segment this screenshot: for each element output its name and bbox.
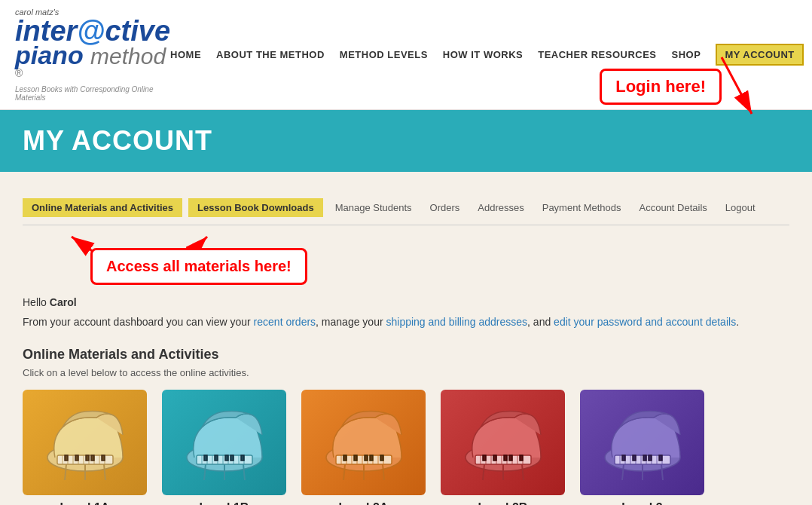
svg-rect-19	[86, 455, 89, 461]
password-account-link[interactable]: edit your password and account details	[554, 316, 736, 328]
svg-rect-76	[504, 455, 507, 461]
svg-rect-55	[343, 455, 346, 461]
svg-rect-96	[649, 455, 652, 461]
svg-rect-57	[365, 455, 368, 461]
svg-rect-97	[659, 455, 662, 461]
svg-rect-75	[493, 455, 496, 461]
shipping-billing-link[interactable]: shipping and billing addresses	[386, 316, 527, 328]
hello-desc-1: From your account dashboard you can view…	[23, 316, 254, 328]
level-2b-label: Level 2B	[478, 501, 528, 505]
svg-rect-20	[91, 455, 94, 461]
recent-orders-link[interactable]: recent orders	[254, 316, 316, 328]
svg-rect-17	[65, 455, 68, 461]
tab-manage-students[interactable]: Manage Students	[329, 198, 418, 217]
svg-line-1	[722, 57, 752, 114]
piano-icon-1b	[176, 401, 273, 484]
level-card-2b[interactable]: Level 2B	[441, 390, 565, 505]
materials-instruction: Click on a level below to access the onl…	[23, 367, 789, 378]
access-callout-area: Access all materials here!	[23, 229, 789, 282]
svg-rect-40	[241, 455, 244, 461]
logo-registered: ®	[15, 67, 23, 79]
level-card-2a[interactable]: Level 2A	[301, 390, 426, 505]
hello-desc-3: , and	[527, 316, 554, 328]
level-1b-image	[162, 390, 286, 495]
nav-about[interactable]: ABOUT THE METHOD	[216, 49, 325, 60]
access-callout: Access all materials here!	[90, 248, 307, 285]
level-cards: Level 1A	[23, 390, 789, 505]
svg-rect-95	[643, 455, 646, 461]
svg-rect-74	[483, 455, 486, 461]
svg-rect-77	[509, 455, 512, 461]
svg-rect-18	[75, 455, 78, 461]
materials-section: Online Materials and Activities Click on…	[23, 347, 789, 505]
nav-teacher[interactable]: TEACHER RESOURCES	[538, 49, 656, 60]
tab-payment-methods[interactable]: Payment Methods	[536, 198, 627, 217]
level-1a-label: Level 1A	[60, 501, 110, 505]
tab-lesson-downloads[interactable]: Lesson Book Downloads	[188, 198, 323, 217]
logo-method: method	[90, 44, 166, 69]
piano-icon-2b	[454, 401, 552, 484]
svg-rect-56	[354, 455, 357, 461]
svg-rect-37	[215, 455, 218, 461]
tab-account-details[interactable]: Account Details	[633, 198, 713, 217]
level-3-image	[580, 390, 704, 495]
tab-online-materials[interactable]: Online Materials and Activities	[23, 198, 182, 217]
svg-rect-21	[102, 455, 105, 461]
level-card-3[interactable]: Level 3	[580, 390, 704, 505]
nav-how[interactable]: HOW IT WORKS	[443, 49, 523, 60]
svg-rect-93	[622, 455, 625, 461]
logo[interactable]: carol matz's inter@ctive piano method ® …	[15, 8, 170, 102]
nav-home[interactable]: HOME	[170, 49, 201, 60]
hello-desc-2: , manage your	[316, 316, 386, 328]
nav-levels[interactable]: METHOD LEVELS	[340, 49, 428, 60]
svg-rect-78	[520, 455, 523, 461]
hello-section: Hello Carol From your account dashboard …	[23, 293, 789, 331]
level-2a-image	[301, 390, 426, 495]
level-card-1a[interactable]: Level 1A	[23, 390, 147, 505]
tab-addresses[interactable]: Addresses	[472, 198, 530, 217]
tab-logout[interactable]: Logout	[719, 198, 762, 217]
page-banner: MY ACCOUNT Login here!	[0, 110, 812, 172]
account-tabs: Online Materials and Activities Lesson B…	[23, 187, 789, 225]
tab-orders[interactable]: Orders	[424, 198, 466, 217]
hello-username: Carol	[50, 296, 77, 308]
hello-desc-4: .	[736, 316, 739, 328]
page-title: MY ACCOUNT	[23, 125, 789, 157]
svg-rect-38	[225, 455, 228, 461]
level-2b-image	[441, 390, 565, 495]
level-1b-label: Level 1B	[200, 501, 249, 505]
svg-rect-59	[380, 455, 383, 461]
level-2a-label: Level 2A	[339, 501, 389, 505]
piano-icon-3	[594, 401, 691, 484]
hello-prefix: Hello	[23, 296, 50, 308]
svg-rect-36	[204, 455, 207, 461]
level-card-1b[interactable]: Level 1B	[162, 390, 286, 505]
level-3-label: Level 3	[621, 501, 662, 505]
svg-rect-39	[230, 455, 234, 461]
level-1a-image	[23, 390, 147, 495]
materials-title: Online Materials and Activities	[23, 347, 789, 363]
main-content: Online Materials and Activities Lesson B…	[0, 172, 812, 505]
logo-subtitle: Lesson Books with Corresponding Online M…	[15, 85, 170, 102]
piano-icon-1a	[36, 401, 134, 484]
logo-piano: piano	[15, 41, 90, 69]
login-callout: Login here!	[600, 69, 722, 105]
piano-icon-2a	[315, 401, 413, 484]
svg-rect-58	[370, 455, 373, 461]
svg-rect-94	[633, 455, 636, 461]
